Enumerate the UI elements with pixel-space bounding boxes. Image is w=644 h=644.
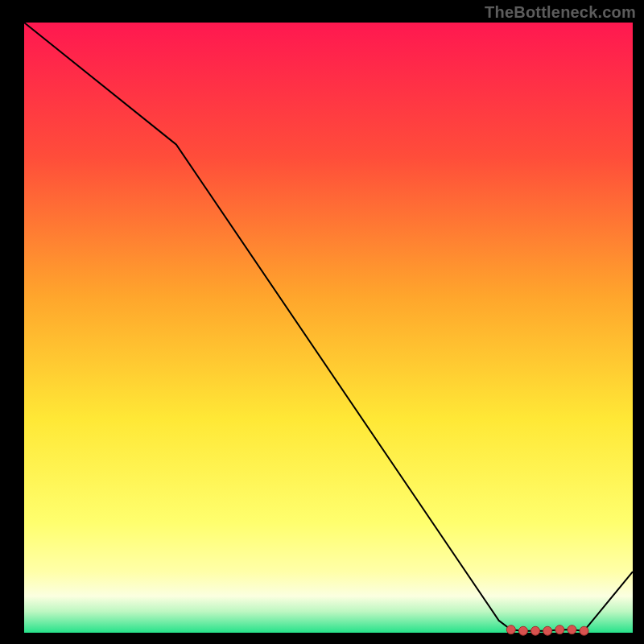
- curve-marker: [506, 625, 515, 634]
- chart-container: TheBottleneck.com: [0, 0, 644, 644]
- curve-marker: [568, 625, 576, 634]
- plot-area: [24, 23, 633, 633]
- curve-marker: [555, 625, 564, 634]
- curve-marker: [518, 626, 527, 635]
- curve-marker: [580, 626, 588, 635]
- curve-marker: [531, 626, 540, 635]
- bottleneck-chart: [0, 0, 644, 644]
- curve-marker: [543, 626, 552, 635]
